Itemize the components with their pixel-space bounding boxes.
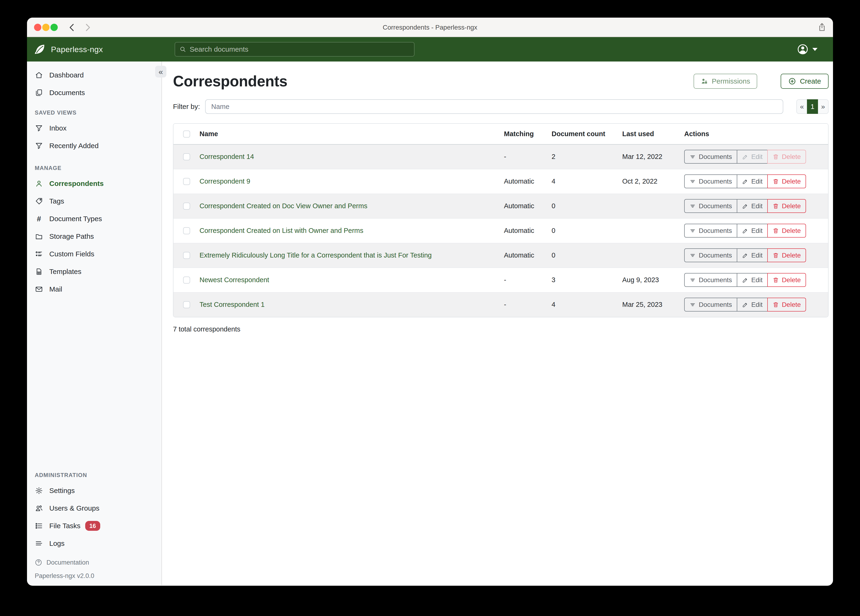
sidebar-item-logs[interactable]: Logs <box>27 534 162 552</box>
page-1-button[interactable]: 1 <box>807 99 818 114</box>
sidebar-item-label: Tags <box>49 197 64 205</box>
documents-button[interactable]: Documents <box>684 174 737 188</box>
delete-button[interactable]: Delete <box>767 248 806 262</box>
envelope-icon <box>35 285 43 294</box>
create-button[interactable]: Create <box>781 74 829 89</box>
edit-button[interactable]: Edit <box>737 224 768 237</box>
sidebar-item-label: Logs <box>49 539 64 547</box>
documents-button[interactable]: Documents <box>684 273 737 287</box>
last-used-cell: Mar 12, 2022 <box>622 145 684 169</box>
row-checkbox[interactable] <box>183 227 190 234</box>
table-row: Test Correspondent 1 - 4 Mar 25, 2023 Do… <box>173 292 829 317</box>
filter-icon <box>689 277 696 283</box>
documents-button[interactable]: Documents <box>684 298 737 311</box>
delete-button[interactable]: Delete <box>767 273 806 287</box>
permissions-label: Permissions <box>712 77 750 85</box>
sidebar-item-label: Settings <box>49 487 75 495</box>
row-checkbox[interactable] <box>183 301 190 308</box>
administration-header: Administration <box>27 472 162 478</box>
delete-button[interactable]: Delete <box>767 174 806 188</box>
select-all-checkbox[interactable] <box>183 130 190 138</box>
person-lock-icon <box>701 77 708 85</box>
sidebar-item-document-types[interactable]: # Document Types <box>27 210 162 228</box>
page-next-button[interactable]: » <box>818 99 829 114</box>
row-checkbox[interactable] <box>183 252 190 259</box>
correspondent-link[interactable]: Newest Correspondent <box>199 276 269 284</box>
user-menu[interactable] <box>797 43 818 55</box>
sidebar-item-file-tasks[interactable]: File Tasks 16 <box>27 517 162 534</box>
edit-button[interactable]: Edit <box>737 199 768 213</box>
filter-icon <box>689 302 696 308</box>
sidebar-item-correspondents[interactable]: Correspondents <box>27 174 162 192</box>
correspondent-link[interactable]: Correspondent Created on Doc View Owner … <box>199 202 367 210</box>
correspondent-link[interactable]: Extremely Ridiculously Long Title for a … <box>199 251 432 259</box>
sidebar-item-tags[interactable]: Tags <box>27 192 162 210</box>
documents-button[interactable]: Documents <box>684 150 737 163</box>
column-header-last-used[interactable]: Last used <box>622 124 684 145</box>
pencil-icon <box>742 228 749 234</box>
sidebar-item-dashboard[interactable]: Dashboard <box>27 66 162 84</box>
brand[interactable]: Paperless-ngx <box>34 43 103 55</box>
documents-button[interactable]: Documents <box>684 224 737 237</box>
sidebar-item-documents[interactable]: Documents <box>27 84 162 101</box>
logs-icon <box>35 539 43 548</box>
pencil-icon <box>742 277 749 283</box>
sidebar-item-storage-paths[interactable]: Storage Paths <box>27 228 162 245</box>
edit-button[interactable]: Edit <box>737 298 768 311</box>
correspondent-link[interactable]: Test Correspondent 1 <box>199 301 265 308</box>
permissions-button[interactable]: Permissions <box>694 74 757 89</box>
sidebar-item-label: Correspondents <box>49 179 104 188</box>
delete-button[interactable]: Delete <box>767 224 806 237</box>
count-cell: 4 <box>552 292 622 317</box>
row-checkbox[interactable] <box>183 153 190 160</box>
share-icon[interactable] <box>817 22 827 33</box>
main-content: « Correspondents Permissions <box>162 61 833 585</box>
pencil-icon <box>742 252 749 259</box>
documentation-link[interactable]: Documentation <box>35 559 162 566</box>
sidebar-item-settings[interactable]: Settings <box>27 482 162 499</box>
documents-button[interactable]: Documents <box>684 248 737 262</box>
edit-button[interactable]: Edit <box>737 174 768 188</box>
column-header-actions: Actions <box>684 124 829 145</box>
page-prev-button[interactable]: « <box>796 99 807 114</box>
matching-cell: Automatic <box>504 194 552 218</box>
edit-button[interactable]: Edit <box>737 248 768 262</box>
filter-by-label: Filter by: <box>173 102 200 111</box>
table-row: Newest Correspondent - 3 Aug 9, 2023 Doc… <box>173 268 829 292</box>
search-input[interactable] <box>190 45 410 53</box>
correspondent-link[interactable]: Correspondent Created on List with Owner… <box>199 227 363 234</box>
filter-name-input[interactable] <box>205 99 783 114</box>
trash-icon <box>772 252 779 259</box>
sidebar-item-recently-added[interactable]: Recently Added <box>27 137 162 154</box>
table-row: Correspondent Created on List with Owner… <box>173 218 829 243</box>
sidebar-collapse-button[interactable]: « <box>155 66 166 77</box>
filter-icon <box>689 178 696 185</box>
file-icon <box>35 267 43 276</box>
sidebar-item-users-groups[interactable]: Users & Groups <box>27 499 162 517</box>
row-checkbox[interactable] <box>183 178 190 185</box>
last-used-cell: Mar 25, 2023 <box>622 292 684 317</box>
correspondent-link[interactable]: Correspondent 14 <box>199 153 254 160</box>
column-header-document-count[interactable]: Document count <box>552 124 622 145</box>
row-checkbox[interactable] <box>183 277 190 284</box>
column-header-matching[interactable]: Matching <box>504 124 552 145</box>
delete-button[interactable]: Delete <box>767 298 806 311</box>
matching-cell: - <box>504 292 552 317</box>
sidebar-item-label: Mail <box>49 285 62 293</box>
delete-button[interactable]: Delete <box>767 199 806 213</box>
sidebar-item-inbox[interactable]: Inbox <box>27 119 162 137</box>
total-count-text: 7 total correspondents <box>173 325 829 333</box>
sidebar-item-templates[interactable]: Templates <box>27 263 162 280</box>
edit-button[interactable]: Edit <box>737 273 768 287</box>
leaf-logo-icon <box>34 43 46 55</box>
correspondent-link[interactable]: Correspondent 9 <box>199 178 250 185</box>
page-title: Correspondents <box>173 72 287 90</box>
sidebar-item-custom-fields[interactable]: Custom Fields <box>27 245 162 263</box>
macos-titlebar: Correspondents - Paperless-ngx <box>27 17 833 37</box>
documents-button[interactable]: Documents <box>684 199 737 213</box>
row-checkbox[interactable] <box>183 203 190 210</box>
sidebar-item-label: Documents <box>49 89 85 97</box>
sidebar-item-mail[interactable]: Mail <box>27 280 162 298</box>
column-header-name[interactable]: Name <box>199 124 504 145</box>
sidebar-footer: Documentation Paperless-ngx v2.0.0 <box>27 552 162 585</box>
